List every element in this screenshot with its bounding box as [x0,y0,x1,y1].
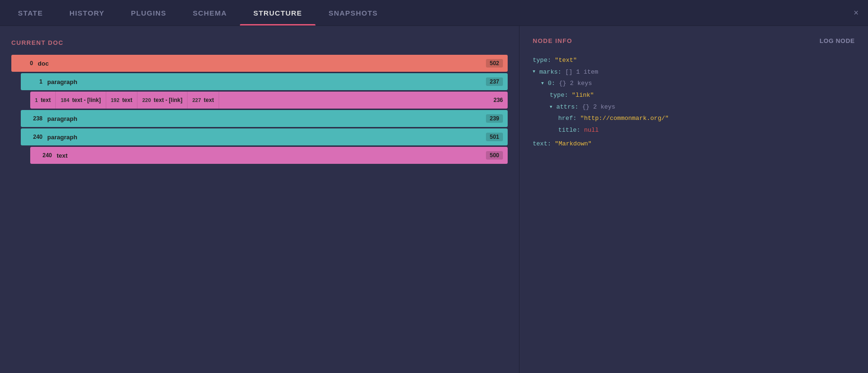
inline-4-label: text [204,97,214,103]
type-key: type: [533,55,551,67]
marks-0-key: 0: [548,78,555,90]
doc-pos-end: 502 [486,59,503,68]
inline-cell-2[interactable]: 192 text [106,92,138,109]
marks-type-key: type: [550,90,568,102]
text-node-row[interactable]: 240 text 500 [30,147,508,164]
tab-bar: STATE HISTORY PLUGINS SCHEMA STRUCTURE S… [0,0,868,26]
inline-cell-3[interactable]: 220 text - [link] [137,92,187,109]
inline-1-label: text - [link] [72,97,101,103]
title-key: title: [558,125,580,136]
info-type-line: type: "text" [533,55,855,67]
p3-label: paragraph [47,134,486,141]
info-marks-0-line[interactable]: ▼ 0: {} 2 keys [533,78,855,90]
info-marks-line[interactable]: ▼ marks: [] 1 item [533,67,855,78]
paragraph3-row[interactable]: 240 paragraph 501 [21,128,508,145]
tab-history[interactable]: HISTORY [56,0,118,25]
p1-pos-end: 237 [486,77,503,86]
log-node-button[interactable]: LOG NODE [819,37,855,44]
info-attrs-line[interactable]: ▼ attrs: {} 2 keys [533,102,855,113]
marks-0-triangle: ▼ [541,80,547,88]
inline-1-pos: 184 [60,97,69,103]
right-header: NODE INFO LOG NODE [533,37,855,44]
inline-nodes-row[interactable]: 1 text 184 text - [link] 192 text 220 te… [30,92,508,109]
text-label: text [57,152,486,159]
p1-label: paragraph [47,78,486,85]
tabs-container: STATE HISTORY PLUGINS SCHEMA STRUCTURE S… [5,0,849,25]
inline-3-pos: 220 [142,97,151,103]
inline-cell-1[interactable]: 184 text - [link] [56,92,106,109]
inline-3-label: text - [link] [154,97,183,103]
p1-pos-start: 1 [26,78,43,85]
doc-pos-start: 0 [16,60,33,67]
inline-2-pos: 192 [111,97,119,103]
info-title-line: title: null [533,125,855,136]
node-info-title: NODE INFO [533,37,819,44]
marks-meta: [] 1 item [565,67,598,78]
paragraph2-row[interactable]: 238 paragraph 239 [21,110,508,127]
tab-schema[interactable]: SCHEMA [179,0,240,25]
close-button[interactable]: × [849,6,863,20]
p3-pos-start: 240 [26,134,43,140]
inline-end-pos: 236 [494,97,503,103]
tab-plugins[interactable]: PLUGINS [118,0,179,25]
href-val: "http://commonmark.org/" [580,113,669,125]
attrs-meta: {} 2 keys [582,102,615,113]
text-pos-start: 240 [35,152,52,159]
inline-2-label: text [122,97,132,103]
p2-label: paragraph [47,115,486,122]
marks-0-meta: {} 2 keys [559,78,592,90]
p2-pos-start: 238 [26,115,43,122]
left-panel: CURRENT DOC 0 doc 502 1 paragraph 237 1 … [0,26,519,373]
marks-type-val: "link" [572,90,594,102]
paragraph1-row[interactable]: 1 paragraph 237 [21,73,508,90]
marks-key: marks: [539,67,562,78]
attrs-triangle: ▼ [550,103,555,111]
doc-node-row[interactable]: 0 doc 502 [11,55,508,72]
title-val: null [584,125,599,136]
attrs-key: attrs: [556,102,579,113]
type-val: "text" [555,55,577,67]
inline-cell-4[interactable]: 227 text [187,92,219,109]
inline-0-label: text [41,97,51,103]
current-doc-title: CURRENT DOC [11,39,508,46]
right-panel: NODE INFO LOG NODE type: "text" ▼ marks:… [519,26,868,373]
tab-structure[interactable]: STRUCTURE [240,0,315,25]
tab-state[interactable]: STATE [5,0,56,25]
info-href-line: href: "http://commonmark.org/" [533,113,855,125]
info-tree: type: "text" ▼ marks: [] 1 item ▼ 0: {} … [533,55,855,150]
text-pos-end: 500 [486,151,503,160]
p2-pos-end: 239 [486,114,503,123]
inline-4-pos: 227 [192,97,201,103]
href-key: href: [558,113,577,125]
text-val: "Markdown" [555,138,592,150]
text-key: text: [533,138,551,150]
marks-triangle: ▼ [533,68,538,76]
doc-label: doc [38,60,486,67]
info-text-line: text: "Markdown" [533,138,855,150]
p3-pos-end: 501 [486,133,503,141]
inline-cell-5: 236 [219,92,508,109]
info-marks-type-line: type: "link" [533,90,855,102]
inline-cell-0[interactable]: 1 text [30,92,56,109]
doc-tree: 0 doc 502 1 paragraph 237 1 text 184 tex… [11,55,508,164]
main-area: CURRENT DOC 0 doc 502 1 paragraph 237 1 … [0,26,868,373]
tab-snapshots[interactable]: SNAPSHOTS [315,0,391,25]
inline-0-pos: 1 [35,97,38,103]
